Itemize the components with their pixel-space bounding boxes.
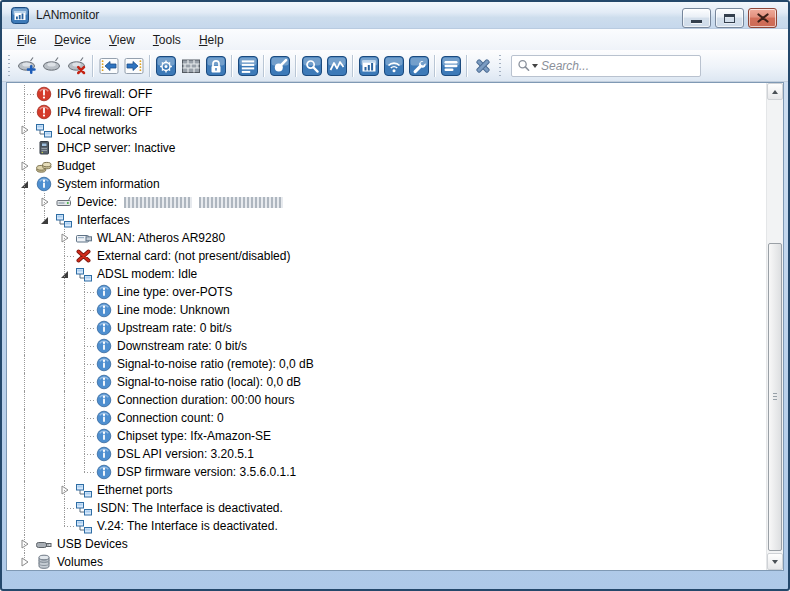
close-button[interactable]: [748, 8, 777, 28]
tree-guide: [35, 517, 55, 535]
accounting-list-button[interactable]: [235, 54, 260, 78]
remove-device-icon: [67, 56, 87, 76]
close-icon: [757, 13, 769, 23]
router-icon: [56, 194, 72, 210]
tree-row[interactable]: ISDN: The Interface is deactivated.: [7, 499, 766, 517]
console-button[interactable]: [438, 54, 463, 78]
tree-row[interactable]: WLAN: Atheros AR9280: [7, 229, 766, 247]
tree-item-label: V.24: The Interface is deactivated.: [97, 519, 278, 533]
tree-guide: [75, 355, 95, 373]
disconnect-icon: [473, 56, 493, 76]
wan-connection-icon: [156, 56, 176, 76]
tree-row[interactable]: Line mode: Unknown: [7, 301, 766, 319]
tree-row[interactable]: Budget: [7, 157, 766, 175]
toolbar-grip[interactable]: [7, 55, 11, 77]
tree-guide: [55, 463, 75, 481]
info-icon: [96, 356, 112, 372]
tree-guide: [75, 409, 95, 427]
expander-collapsed-icon[interactable]: [15, 535, 35, 553]
scroll-down-button[interactable]: [767, 553, 783, 570]
titlebar[interactable]: LANmonitor: [2, 2, 788, 29]
display-trace-icon: [270, 56, 290, 76]
add-device-button[interactable]: [14, 54, 39, 78]
info-icon: [96, 446, 112, 462]
lanmonitor-button[interactable]: [356, 54, 381, 78]
tools-button[interactable]: [406, 54, 431, 78]
firewall-button[interactable]: [178, 54, 203, 78]
tree-row[interactable]: External card: (not present/disabled): [7, 247, 766, 265]
expander-collapsed-icon[interactable]: [15, 121, 35, 139]
wlan-button[interactable]: [381, 54, 406, 78]
tree-row[interactable]: Local networks: [7, 121, 766, 139]
tree-item-label: Line mode: Unknown: [117, 303, 230, 317]
menu-file[interactable]: File: [8, 31, 45, 49]
minimize-button[interactable]: [682, 8, 711, 28]
tree-row[interactable]: ADSL modem: Idle: [7, 265, 766, 283]
tree-guide: [35, 301, 55, 319]
tree-row[interactable]: USB Devices: [7, 535, 766, 553]
tree-row[interactable]: Volumes: [7, 553, 766, 570]
tree-row[interactable]: Chipset type: Ifx-Amazon-SE: [7, 427, 766, 445]
tree-row[interactable]: IPv4 firewall: OFF: [7, 103, 766, 121]
tree-row[interactable]: Downstream rate: 0 bit/s: [7, 337, 766, 355]
lock-button[interactable]: [203, 54, 228, 78]
menu-tools[interactable]: Tools: [144, 31, 190, 49]
graph-button[interactable]: [324, 54, 349, 78]
tree-row[interactable]: Device:: [7, 193, 766, 211]
scroll-up-button[interactable]: [767, 83, 783, 100]
tree-row[interactable]: DSP firmware version: 3.5.6.0.1.1: [7, 463, 766, 481]
maximize-button[interactable]: [715, 8, 744, 28]
expander-expanded-icon[interactable]: [15, 175, 35, 193]
scrollbar-thumb[interactable]: [768, 243, 782, 551]
wan-connection-button[interactable]: [153, 54, 178, 78]
find-device-button[interactable]: [39, 54, 64, 78]
tree-row[interactable]: Connection count: 0: [7, 409, 766, 427]
tree-row[interactable]: IPv6 firewall: OFF: [7, 85, 766, 103]
graph-icon: [327, 56, 347, 76]
tree-row[interactable]: DSL API version: 3.20.5.1: [7, 445, 766, 463]
tree-row[interactable]: System information: [7, 175, 766, 193]
display-trace-button[interactable]: [267, 54, 292, 78]
scrollbar-track[interactable]: [767, 100, 783, 553]
tree-row[interactable]: Interfaces: [7, 211, 766, 229]
find-device-icon: [42, 56, 62, 76]
expander-collapsed-icon[interactable]: [55, 229, 75, 247]
tree-row[interactable]: Ethernet ports: [7, 481, 766, 499]
redacted-text: [124, 197, 192, 208]
expander-expanded-icon[interactable]: [55, 265, 75, 283]
tree-guide: [75, 463, 95, 481]
expander-collapsed-icon[interactable]: [15, 157, 35, 175]
search-input[interactable]: [538, 59, 695, 73]
menu-view[interactable]: View: [100, 31, 144, 49]
tree-row[interactable]: Line type: over-POTS: [7, 283, 766, 301]
network-icon: [76, 500, 92, 516]
expander-expanded-icon[interactable]: [35, 211, 55, 229]
tree-row[interactable]: Upstream rate: 0 bit/s: [7, 319, 766, 337]
tree-row[interactable]: DHCP server: Inactive: [7, 139, 766, 157]
tree-row[interactable]: Signal-to-noise ratio (remote): 0,0 dB: [7, 355, 766, 373]
tree-guide: [35, 499, 55, 517]
expand-all-button[interactable]: [121, 54, 146, 78]
tree-row[interactable]: V.24: The Interface is deactivated.: [7, 517, 766, 535]
expander-collapsed-icon[interactable]: [55, 481, 75, 499]
tree-item-label: Ethernet ports: [97, 483, 172, 497]
tree-guide: [35, 319, 55, 337]
collapse-all-button[interactable]: [96, 54, 121, 78]
search-button[interactable]: [299, 54, 324, 78]
tree-row[interactable]: Signal-to-noise ratio (local): 0,0 dB: [7, 373, 766, 391]
expander-collapsed-icon[interactable]: [35, 193, 55, 211]
menu-device[interactable]: Device: [45, 31, 100, 49]
remove-device-button[interactable]: [64, 54, 89, 78]
tree-row[interactable]: Connection duration: 00:00 hours: [7, 391, 766, 409]
expander-collapsed-icon[interactable]: [15, 553, 35, 570]
tree-guide: [15, 355, 35, 373]
tree-guide: [15, 283, 35, 301]
tree-guide: [55, 409, 75, 427]
tree-guide: [55, 499, 75, 517]
tree-guide: [55, 517, 75, 535]
tree-item-label: IPv4 firewall: OFF: [57, 105, 152, 119]
menu-help[interactable]: Help: [190, 31, 233, 49]
budget-icon: [36, 158, 52, 174]
search-toolbar-grip[interactable]: [498, 55, 502, 77]
disconnect-button[interactable]: [470, 54, 495, 78]
